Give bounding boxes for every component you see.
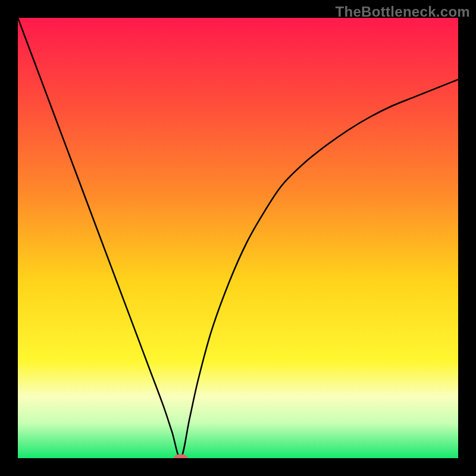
bottleneck-chart <box>18 18 458 458</box>
watermark-text: TheBottleneck.com <box>336 4 470 20</box>
chart-frame: TheBottleneck.com <box>0 0 476 476</box>
plot-area <box>18 18 458 458</box>
gradient-background <box>18 18 458 458</box>
